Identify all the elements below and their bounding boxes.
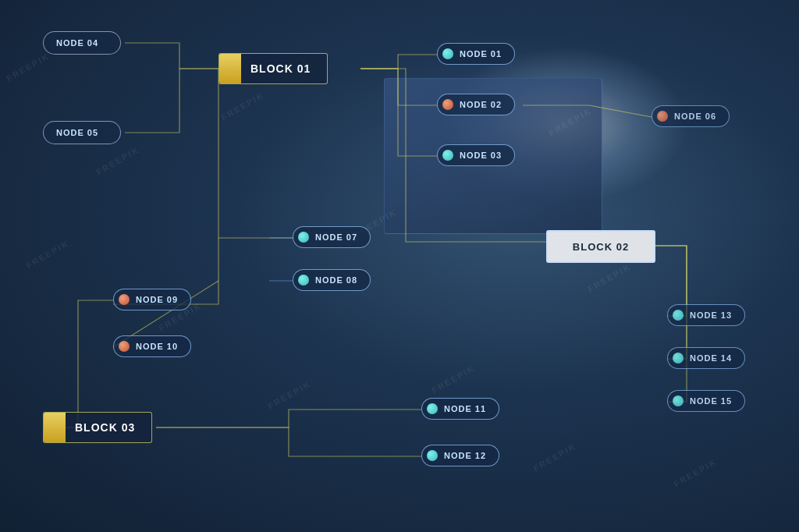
node09-label: NODE 09 [136,295,178,304]
node13-dot [673,310,684,321]
node01: NODE 01 [437,43,515,65]
node05: NODE 05 [43,121,121,144]
node15-dot [673,395,684,406]
node09: NODE 09 [113,289,191,310]
node06-label: NODE 06 [674,112,716,121]
node11-dot [427,403,438,414]
block03-label: BLOCK 03 [66,421,144,434]
node14: NODE 14 [667,347,745,369]
node15: NODE 15 [667,390,745,412]
node02: NODE 02 [437,94,515,115]
block03-accent [44,413,66,442]
node07-dot [298,232,309,243]
node12-dot [427,450,438,461]
node13: NODE 13 [667,304,745,326]
node02-dot [442,99,453,110]
node06: NODE 06 [652,105,730,127]
node04-label: NODE 04 [56,38,98,48]
node01-label: NODE 01 [460,49,502,59]
node12-label: NODE 12 [444,451,486,460]
node03: NODE 03 [437,144,515,166]
block03: BLOCK 03 [43,412,152,443]
node02-label: NODE 02 [460,100,502,109]
node03-label: NODE 03 [460,151,502,160]
node14-label: NODE 14 [690,353,732,363]
node10-dot [119,341,130,352]
node07: NODE 07 [293,226,371,248]
block01: BLOCK 01 [218,53,328,84]
node06-dot [657,111,668,122]
block02: BLOCK 02 [546,230,655,263]
node11: NODE 11 [421,398,499,420]
node01-dot [442,48,453,59]
node09-dot [119,294,130,305]
node12: NODE 12 [421,445,499,466]
node08-dot [298,275,309,286]
node03-dot [442,150,453,161]
node10-label: NODE 10 [136,342,178,351]
block02-label: BLOCK 02 [573,241,629,253]
node13-label: NODE 13 [690,310,732,320]
node05-label: NODE 05 [56,128,98,137]
block01-label: BLOCK 01 [241,62,320,75]
node15-label: NODE 15 [690,396,732,406]
node10: NODE 10 [113,335,191,357]
node11-label: NODE 11 [444,404,486,413]
node04: NODE 04 [43,31,121,55]
node07-label: NODE 07 [315,232,357,242]
node08: NODE 08 [293,269,371,291]
node14-dot [673,353,684,364]
node08-label: NODE 08 [315,275,357,285]
block01-accent [219,54,241,83]
